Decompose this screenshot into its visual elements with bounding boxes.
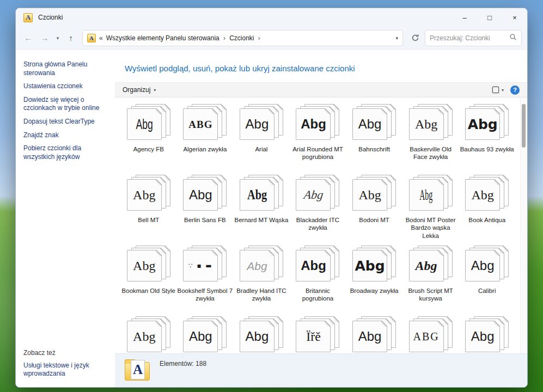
font-item[interactable]: Abg Britannic pogrubiona: [290, 246, 346, 316]
font-file-stack-icon: Abg: [183, 175, 227, 212]
font-item[interactable]: Abg: [346, 316, 402, 353]
font-file-stack-icon: Abg: [240, 175, 283, 212]
font-item[interactable]: ABG: [402, 316, 459, 353]
vertical-scrollbar[interactable]: [520, 97, 527, 353]
font-file-stack-icon: Abg: [127, 175, 170, 212]
font-name-label: Bodoni MT Poster Bardzo wąska Lekka: [403, 216, 459, 240]
sidebar-link-control-panel-home[interactable]: Strona główna Panelu sterowania: [23, 60, 109, 77]
refresh-icon[interactable]: [407, 30, 423, 46]
font-item[interactable]: Abg Blackadder ITC zwykła: [290, 175, 346, 246]
font-item[interactable]: Abg Bodoni MT Poster Bardzo wąska Lekka: [402, 175, 459, 246]
font-grid: Abg Agency FB ABG Algerian zwykła Abg Ar…: [115, 97, 527, 353]
font-preview-text: Abg: [133, 259, 155, 272]
font-item[interactable]: Abg Baskerville Old Face zwykła: [402, 104, 459, 175]
font-preview-text: ∵ ▪ ▬: [188, 262, 213, 269]
fonts-window: A Czcionki – □ × ← → ▾ ↑ A « Wszystkie e…: [15, 8, 528, 388]
font-item[interactable]: Abg Bernard MT Wąska: [233, 175, 290, 246]
font-preview-text: Abg: [301, 259, 326, 272]
font-name-label: Bradley Hand ITC zwykła: [234, 287, 289, 303]
font-item[interactable]: Abg Agency FB: [120, 104, 177, 175]
font-file-stack-icon: Abg: [240, 104, 283, 141]
font-name-label: Algerian zwykła: [183, 145, 227, 153]
sidebar-link-find-character[interactable]: Znajdź znak: [23, 131, 109, 140]
font-preview-text: Abg: [358, 188, 381, 201]
address-bar[interactable]: A « Wszystkie elementy Panelu sterowania…: [82, 30, 403, 46]
font-item[interactable]: ABG Algerian zwykła: [177, 104, 234, 175]
font-item[interactable]: Abg Bradley Hand ITC zwykła: [233, 246, 290, 316]
address-dropdown-chevron-icon[interactable]: ▾: [395, 35, 398, 41]
toolbar: Organizuj ▾ ▾ ?: [115, 82, 527, 97]
minimize-button[interactable]: –: [452, 8, 477, 27]
scrollbar-thumb[interactable]: [522, 104, 526, 148]
breadcrumb-item-control-panel[interactable]: Wszystkie elementy Panelu sterowania: [106, 34, 219, 42]
maximize-button[interactable]: □: [477, 8, 502, 27]
font-item[interactable]: Abg Bauhaus 93 zwykła: [459, 104, 515, 175]
font-item[interactable]: Ïřě: [290, 316, 346, 353]
help-button[interactable]: ?: [510, 85, 520, 95]
font-file-stack-icon: ABG: [183, 104, 227, 141]
font-item[interactable]: Abg Berlin Sans FB: [177, 175, 234, 246]
font-name-label: Arial Rounded MT pogrubiona: [290, 145, 345, 161]
font-preview-text: Abg: [472, 188, 494, 201]
font-item[interactable]: Abg Bodoni MT: [346, 175, 402, 246]
forward-icon[interactable]: →: [38, 33, 52, 42]
font-grid-area: Abg Agency FB ABG Algerian zwykła Abg Ar…: [115, 97, 527, 353]
font-preview-text: Abg: [416, 259, 437, 272]
font-preview-text: Ïřě: [306, 330, 321, 343]
search-input[interactable]: [430, 34, 509, 42]
close-button[interactable]: ×: [502, 8, 527, 27]
font-item[interactable]: Abg Bookman Old Style: [120, 246, 177, 316]
organize-button[interactable]: Organizuj ▾: [123, 86, 156, 94]
font-item[interactable]: Abg Bell MT: [120, 175, 177, 246]
font-item[interactable]: Abg: [177, 316, 234, 353]
font-preview-text: Abg: [133, 188, 155, 201]
font-item[interactable]: ∵ ▪ ▬ Bookshelf Symbol 7 zwykła: [177, 246, 234, 316]
sidebar: Strona główna Panelu sterowania Ustawien…: [16, 50, 115, 387]
font-item[interactable]: Abg Calibri: [459, 246, 515, 316]
fonts-folder-large-icon: A: [125, 358, 151, 383]
font-file-stack-icon: Abg: [409, 246, 453, 283]
search-icon[interactable]: [509, 33, 517, 43]
desktop-background: A Czcionki – □ × ← → ▾ ↑ A « Wszystkie e…: [0, 0, 543, 392]
titlebar[interactable]: A Czcionki – □ ×: [16, 8, 527, 27]
breadcrumb-separator[interactable]: ›: [223, 34, 226, 42]
font-item[interactable]: Abg Book Antiqua: [459, 175, 515, 246]
letter-a-icon: A: [131, 360, 145, 379]
font-preview-text: Abg: [471, 259, 495, 272]
font-preview-text: Abg: [303, 189, 324, 201]
font-preview-text: Abg: [358, 330, 382, 343]
font-file-stack-icon: Abg: [183, 316, 227, 353]
font-preview-text: Abg: [136, 117, 152, 131]
font-item[interactable]: Abg Bahnschrift: [346, 104, 402, 175]
breadcrumb-separator[interactable]: ›: [257, 34, 260, 42]
sidebar-link-online-font-info[interactable]: Dowiedz się więcej o czcionkach w trybie…: [23, 96, 109, 113]
font-preview-text: Abg: [189, 330, 212, 343]
breadcrumb-overflow-chevrons[interactable]: «: [99, 34, 103, 42]
font-item[interactable]: Abg Arial Rounded MT pogrubiona: [290, 104, 346, 175]
font-name-label: Bodoni MT: [359, 216, 389, 224]
font-file-stack-icon: Abg: [409, 104, 453, 141]
sidebar-link-text-services[interactable]: Usługi tekstowe i język wprowadzania: [23, 362, 89, 378]
change-view-button[interactable]: ▾: [492, 86, 504, 94]
sidebar-link-download-fonts[interactable]: Pobierz czcionki dla wszystkich języków: [23, 144, 109, 161]
font-name-label: Book Antiqua: [468, 216, 505, 224]
font-item[interactable]: Abg: [120, 316, 177, 353]
recent-locations-chevron-icon[interactable]: ▾: [54, 35, 62, 41]
sidebar-link-font-settings[interactable]: Ustawienia czcionek: [23, 82, 109, 91]
font-item[interactable]: Abg Brush Script MT kursywa: [402, 246, 459, 316]
font-item[interactable]: Abg: [233, 316, 290, 353]
font-file-stack-icon: Abg: [465, 104, 509, 141]
breadcrumb-item-fonts[interactable]: Czcionki: [229, 34, 254, 42]
back-icon[interactable]: ←: [21, 33, 35, 42]
sidebar-link-cleartype[interactable]: Dopasuj tekst ClearType: [23, 118, 109, 126]
up-icon[interactable]: ↑: [64, 33, 78, 42]
font-name-label: Blackadder ITC zwykła: [290, 216, 345, 232]
font-item[interactable]: Abg Arial: [233, 104, 290, 175]
font-preview-text: Abg: [471, 330, 495, 343]
font-name-label: Bauhaus 93 zwykła: [460, 145, 514, 153]
font-item[interactable]: Abg: [459, 316, 515, 353]
font-item[interactable]: Abg Broadway zwykła: [346, 246, 402, 316]
search-box[interactable]: [425, 30, 522, 46]
font-preview-text: Abg: [189, 188, 212, 201]
font-preview-text: Abg: [246, 118, 269, 131]
